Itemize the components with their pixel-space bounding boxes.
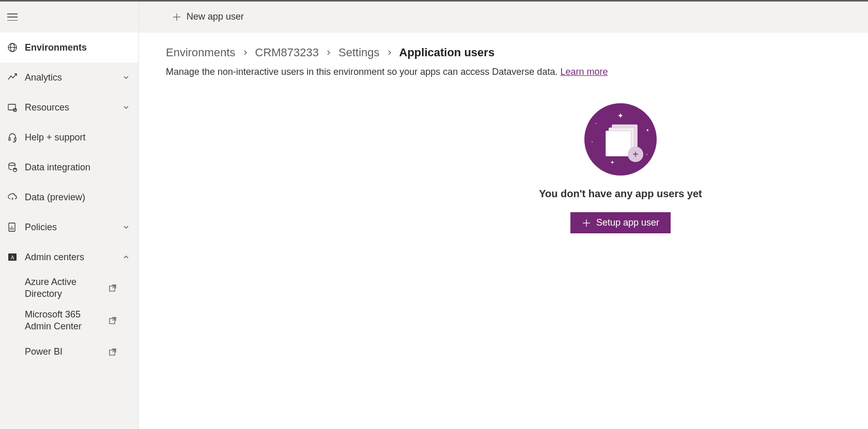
open-in-new-icon xyxy=(107,316,118,325)
page-description: Manage the non-interactive users in this… xyxy=(166,67,841,77)
new-app-user-button[interactable]: New app user xyxy=(166,7,250,26)
empty-state-title: You don't have any app users yet xyxy=(539,188,702,200)
main-content: New app user Environments CRM873233 Sett… xyxy=(139,2,868,429)
hamburger-icon[interactable] xyxy=(7,12,18,22)
sidebar-item-analytics[interactable]: Analytics xyxy=(0,62,138,92)
admin-icon: A xyxy=(6,252,19,262)
sidebar-subitem-m365-admin[interactable]: Microsoft 365 Admin Center xyxy=(0,305,138,337)
breadcrumb: Environments CRM873233 Settings Applicat… xyxy=(166,46,841,59)
sidebar-item-label: Environments xyxy=(25,42,131,53)
svg-rect-7 xyxy=(9,138,10,140)
svg-rect-3 xyxy=(8,104,16,110)
sparkle-icon: ✦ xyxy=(646,128,649,133)
new-app-user-label: New app user xyxy=(187,11,244,22)
sparkle-icon: ✦ xyxy=(610,160,614,165)
plus-icon xyxy=(582,218,591,228)
empty-state-illustration: ✦ ✦ • ✦ • • + xyxy=(584,103,657,176)
sidebar-item-label: Resources xyxy=(25,102,121,113)
sidebar-item-admin-centers[interactable]: A Admin centers xyxy=(0,242,138,272)
database-icon xyxy=(6,162,19,172)
sidebar-subitem-azure-ad[interactable]: Azure Active Directory xyxy=(0,272,138,305)
breadcrumb-current: Application users xyxy=(399,46,495,59)
sidebar-item-label: Help + support xyxy=(25,132,131,143)
breadcrumb-environment-name[interactable]: CRM873233 xyxy=(255,46,319,59)
chevron-right-icon xyxy=(325,49,332,56)
sidebar-item-data-preview[interactable]: Data (preview) xyxy=(0,182,138,212)
hamburger-row xyxy=(0,2,138,33)
cloud-sync-icon xyxy=(6,192,19,202)
chevron-right-icon xyxy=(242,49,249,56)
doc-chart-icon xyxy=(6,222,19,232)
sidebar-item-help-support[interactable]: Help + support xyxy=(0,122,138,152)
sidebar-item-label: Data integration xyxy=(25,162,131,173)
svg-point-9 xyxy=(9,163,15,166)
sidebar-subitem-label: Microsoft 365 Admin Center xyxy=(25,309,107,333)
sparkle-icon: ✦ xyxy=(617,112,624,120)
headset-icon xyxy=(6,132,19,142)
sidebar-item-label: Policies xyxy=(25,222,121,233)
command-bar: New app user xyxy=(139,2,868,33)
app-layout: Environments Analytics Resources xyxy=(0,2,868,429)
open-in-new-icon xyxy=(107,348,118,356)
chevron-right-icon xyxy=(386,49,393,56)
breadcrumb-settings[interactable]: Settings xyxy=(338,46,380,59)
content-area: Environments CRM873233 Settings Applicat… xyxy=(139,33,868,247)
sidebar-item-data-integration[interactable]: Data integration xyxy=(0,152,138,182)
sidebar-item-policies[interactable]: Policies xyxy=(0,212,138,242)
breadcrumb-environments[interactable]: Environments xyxy=(166,46,236,59)
chevron-down-icon xyxy=(121,104,131,111)
svg-line-20 xyxy=(113,317,116,321)
sidebar-subitem-label: Azure Active Directory xyxy=(25,276,107,300)
sidebar-subitem-power-bi[interactable]: Power BI xyxy=(0,337,138,367)
open-in-new-icon xyxy=(107,284,118,292)
chevron-down-icon xyxy=(121,224,131,231)
svg-rect-8 xyxy=(14,138,16,140)
plus-badge-icon: + xyxy=(628,147,643,162)
chevron-down-icon xyxy=(121,74,131,81)
chevron-up-icon xyxy=(121,253,131,261)
setup-app-user-button[interactable]: Setup app user xyxy=(570,212,671,233)
sparkle-icon: • xyxy=(592,140,593,144)
sidebar-item-label: Admin centers xyxy=(25,252,121,263)
empty-state: ✦ ✦ • ✦ • • + You don't have any app use… xyxy=(538,103,703,233)
sparkle-icon: • xyxy=(646,153,647,156)
description-text: Manage the non-interactive users in this… xyxy=(166,67,560,77)
chart-icon xyxy=(6,72,19,83)
globe-icon xyxy=(6,42,19,53)
sidebar-item-resources[interactable]: Resources xyxy=(0,92,138,122)
learn-more-link[interactable]: Learn more xyxy=(560,67,608,77)
plus-icon xyxy=(172,12,181,22)
sparkle-icon: • xyxy=(596,122,597,125)
sidebar: Environments Analytics Resources xyxy=(0,2,139,429)
sidebar-item-environments[interactable]: Environments xyxy=(0,33,138,62)
svg-line-22 xyxy=(113,349,116,352)
sidebar-subitem-label: Power BI xyxy=(25,346,107,358)
svg-line-18 xyxy=(113,285,116,288)
setup-app-user-label: Setup app user xyxy=(596,217,659,228)
sidebar-item-label: Analytics xyxy=(25,72,121,83)
sidebar-item-label: Data (preview) xyxy=(25,192,131,203)
svg-text:A: A xyxy=(10,255,14,260)
resources-icon xyxy=(6,102,19,113)
